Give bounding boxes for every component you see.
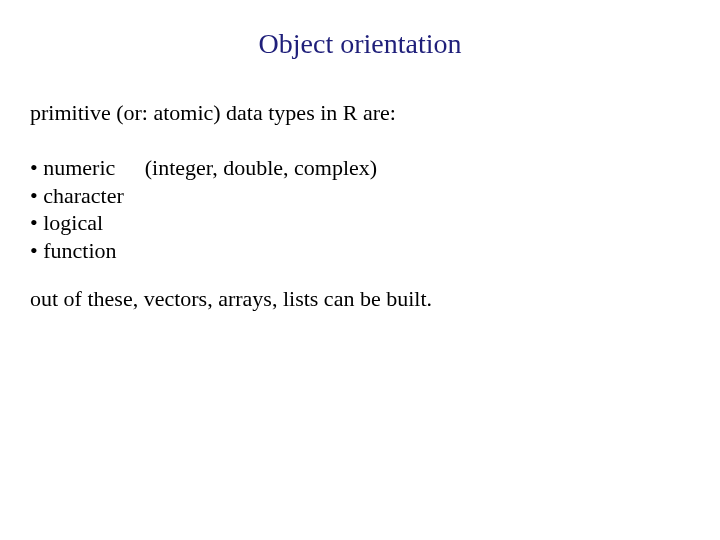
bullet-icon: • (30, 182, 38, 210)
type-label: function (43, 237, 139, 265)
slide-title: Object orientation (30, 28, 690, 60)
type-label: character (43, 182, 139, 210)
outro-text: out of these, vectors, arrays, lists can… (30, 286, 690, 312)
list-item: • function (30, 237, 690, 265)
type-label: logical (43, 209, 139, 237)
type-list: • numeric (integer, double, complex) • c… (30, 154, 690, 264)
list-item: • logical (30, 209, 690, 237)
bullet-icon: • (30, 154, 38, 182)
type-note: (integer, double, complex) (145, 154, 377, 182)
bullet-icon: • (30, 237, 38, 265)
intro-text: primitive (or: atomic) data types in R a… (30, 100, 690, 126)
bullet-icon: • (30, 209, 38, 237)
list-item: • numeric (integer, double, complex) (30, 154, 690, 182)
list-item: • character (30, 182, 690, 210)
type-label: numeric (43, 154, 139, 182)
slide: Object orientation primitive (or: atomic… (0, 0, 720, 312)
